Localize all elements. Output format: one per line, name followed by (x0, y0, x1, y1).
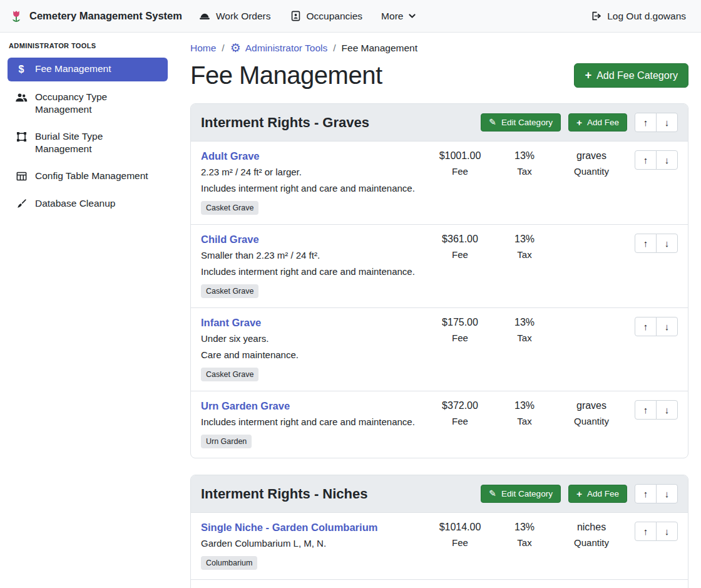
tulip-logo-icon (9, 9, 24, 24)
dollar-icon: $ (14, 63, 29, 76)
move-fee-up-button[interactable]: ↑ (635, 150, 657, 170)
chevron-down-icon (408, 12, 416, 20)
sidebar-item-label: Occupancy Type Management (35, 91, 161, 116)
plus-icon: + (576, 489, 582, 499)
fee-info: Infant Grave Under six years. Care and m… (201, 317, 426, 381)
tax-label: Tax (494, 537, 555, 548)
move-fee-up-button[interactable]: ↑ (635, 234, 657, 253)
nav-occupancies-label: Occupancies (307, 11, 363, 22)
fee-description: Garden Columbarium L, M, N. (201, 538, 419, 549)
nav-more[interactable]: More (375, 7, 422, 26)
add-fee-label: Add Fee (587, 118, 619, 127)
logout-icon (590, 10, 602, 22)
fee-row: Child Grave Smaller than 2.23 m² / 24 ft… (191, 225, 688, 308)
category-reorder-controls: ↑ ↓ (635, 484, 678, 503)
quantity-column: graves Quantity (555, 400, 628, 426)
category-title: Interment Rights - Graves (201, 115, 369, 131)
primary-nav: Work Orders Occupancies More (192, 6, 423, 26)
fee-amount-label: Fee (426, 249, 494, 260)
nav-work-orders[interactable]: Work Orders (192, 6, 277, 26)
tax-label: Tax (494, 416, 555, 426)
fee-description: Under six years. (201, 333, 419, 344)
sidebar-item-fee-management[interactable]: $ Fee Management (8, 58, 168, 81)
move-category-down-button[interactable]: ↓ (656, 113, 678, 132)
move-category-up-button[interactable]: ↑ (635, 113, 657, 132)
fee-info: Single Niche - Garden Columbarium Garden… (201, 522, 426, 570)
tax-label: Tax (494, 166, 555, 177)
quantity-label: Quantity (555, 166, 628, 177)
fee-reorder-controls: ↑ ↓ (635, 234, 678, 253)
page-header: Fee Management + Add Fee Category (190, 61, 688, 90)
fee-name-link[interactable]: Child Grave (201, 234, 419, 245)
nav-occupancies[interactable]: Occupancies (284, 6, 369, 26)
move-category-up-button[interactable]: ↑ (635, 484, 657, 503)
plus-icon: + (585, 70, 591, 81)
sidebar-item-label: Config Table Management (35, 170, 148, 182)
app-brand[interactable]: Cemetery Management System (9, 9, 182, 24)
fee-amount: $1014.00 (426, 522, 494, 533)
fee-row: Adult Grave 2.23 m² / 24 ft² or larger. … (191, 142, 688, 225)
logout-link[interactable]: Log Out d.gowans (584, 6, 692, 26)
quantity-value: graves (555, 400, 628, 411)
fee-column: $361.00 Fee (426, 234, 494, 260)
sidebar-item-occupancy-type-management[interactable]: Occupancy Type Management (8, 86, 168, 121)
fee-row: Urn Garden Grave Includes interment righ… (191, 391, 688, 458)
move-fee-up-button[interactable]: ↑ (635, 317, 657, 336)
app-title: Cemetery Management System (29, 10, 182, 22)
tax-value: 13% (494, 522, 555, 533)
sidebar-item-config-table-management[interactable]: Config Table Management (8, 165, 168, 187)
tax-column: 13% Tax (494, 522, 555, 548)
fee-name-link[interactable]: Single Niche - Garden Columbarium (201, 522, 419, 534)
category-actions: ✎ Edit Category + Add Fee ↑ ↓ (481, 113, 678, 132)
fee-row: Single Niche - Garden Columbarium Garden… (191, 513, 688, 580)
quantity-label: Quantity (555, 537, 628, 548)
fee-amount: $372.00 (426, 400, 494, 411)
fee-info: Adult Grave 2.23 m² / 24 ft² or larger. … (201, 150, 426, 215)
quantity-label: Quantity (555, 416, 628, 426)
add-fee-button[interactable]: + Add Fee (568, 485, 627, 503)
tax-value: 13% (494, 400, 555, 411)
move-fee-down-button[interactable]: ↓ (656, 317, 678, 336)
fee-amount-label: Fee (426, 537, 494, 548)
edit-category-button[interactable]: ✎ Edit Category (481, 113, 561, 132)
breadcrumb: Home / ⚙ Administrator Tools / Fee Manag… (190, 42, 688, 54)
fee-name-link[interactable]: Adult Grave (201, 150, 419, 162)
tax-column: 13% Tax (494, 150, 555, 177)
breadcrumb-home-link[interactable]: Home (190, 43, 216, 54)
fee-amount-label: Fee (426, 333, 494, 343)
move-fee-down-button[interactable]: ↓ (656, 234, 678, 253)
move-category-down-button[interactable]: ↓ (656, 484, 678, 503)
breadcrumb-admin-tools-link[interactable]: ⚙ Administrator Tools (230, 42, 328, 54)
fee-description: Includes interment right and care and ma… (201, 266, 419, 277)
edit-category-label: Edit Category (501, 489, 553, 498)
move-fee-down-button[interactable]: ↓ (656, 150, 678, 170)
quantity-column: graves Quantity (555, 150, 628, 177)
edit-category-button[interactable]: ✎ Edit Category (481, 485, 561, 503)
move-fee-up-button[interactable]: ↑ (635, 400, 657, 420)
logout-label: Log Out d.gowans (607, 11, 686, 22)
add-fee-category-button[interactable]: + Add Fee Category (574, 63, 688, 87)
fee-column: $1001.00 Fee (426, 150, 494, 177)
sidebar-item-burial-site-type-management[interactable]: Burial Site Type Management (8, 125, 168, 160)
fee-column: $372.00 Fee (426, 400, 494, 426)
add-fee-button[interactable]: + Add Fee (568, 113, 627, 132)
move-fee-down-button[interactable]: ↓ (656, 522, 678, 541)
tax-column: 13% Tax (494, 400, 555, 426)
sidebar-nav: $ Fee Management Occupancy Type Manageme… (0, 58, 175, 215)
plus-icon: + (576, 118, 582, 128)
quantity-column: niches Quantity (555, 522, 628, 548)
fee-reorder-controls: ↑ ↓ (635, 400, 678, 420)
quantity-value: niches (555, 522, 628, 533)
move-fee-up-button[interactable]: ↑ (635, 522, 657, 541)
sidebar-heading: ADMINISTRATOR TOOLS (0, 42, 175, 49)
tax-label: Tax (494, 333, 555, 343)
fee-description: Smaller than 2.23 m² / 24 ft². (201, 250, 419, 260)
move-fee-down-button[interactable]: ↓ (656, 400, 678, 420)
fee-name-link[interactable]: Urn Garden Grave (201, 400, 419, 412)
pencil-icon: ✎ (489, 489, 496, 498)
fee-reorder-controls: ↑ ↓ (635, 317, 678, 336)
category-header: Interment Rights - Niches ✎ Edit Categor… (191, 475, 688, 513)
sidebar-item-database-cleanup[interactable]: Database Cleanup (8, 192, 168, 215)
fee-name-link[interactable]: Infant Grave (201, 317, 419, 329)
vector-square-icon (14, 131, 29, 143)
